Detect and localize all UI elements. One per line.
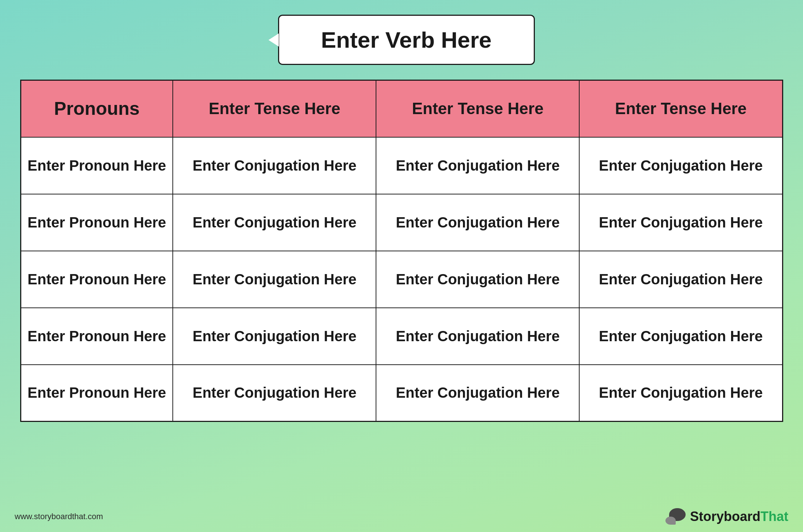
speech-arrow [269, 33, 279, 47]
header-pronouns: Pronouns [21, 80, 173, 137]
conjugation-3-3: Enter Conjugation Here [579, 251, 782, 308]
pronoun-3: Enter Pronoun Here [21, 251, 173, 308]
conjugation-1-3: Enter Conjugation Here [579, 137, 782, 194]
conjugation-3-2: Enter Conjugation Here [376, 251, 579, 308]
conjugation-5-2: Enter Conjugation Here [376, 365, 579, 422]
conjugation-2-3: Enter Conjugation Here [579, 194, 782, 251]
header-tense-1: Enter Tense Here [173, 80, 376, 137]
brand-that: That [760, 509, 788, 524]
bubble-small-icon [665, 517, 676, 525]
table-row: Enter Pronoun Here Enter Conjugation Her… [21, 308, 782, 365]
footer-brand: StoryboardThat [665, 508, 788, 525]
verb-title: Enter Verb Here [321, 27, 492, 52]
conjugation-4-3: Enter Conjugation Here [579, 308, 782, 365]
conjugation-2-1: Enter Conjugation Here [173, 194, 376, 251]
table-row: Enter Pronoun Here Enter Conjugation Her… [21, 251, 782, 308]
conjugation-1-1: Enter Conjugation Here [173, 137, 376, 194]
brand-text: StoryboardThat [690, 509, 788, 524]
header-tense-2: Enter Tense Here [376, 80, 579, 137]
conjugation-4-1: Enter Conjugation Here [173, 308, 376, 365]
conjugation-1-2: Enter Conjugation Here [376, 137, 579, 194]
verb-box[interactable]: Enter Verb Here [278, 15, 535, 65]
verb-box-wrapper: Enter Verb Here [269, 15, 535, 65]
header-tense-3: Enter Tense Here [579, 80, 782, 137]
table-row: Enter Pronoun Here Enter Conjugation Her… [21, 365, 782, 422]
conjugation-table: Pronouns Enter Tense Here Enter Tense He… [20, 80, 783, 422]
footer-url: www.storyboardthat.com [15, 512, 103, 521]
table-header-row: Pronouns Enter Tense Here Enter Tense He… [21, 80, 782, 137]
pronoun-2: Enter Pronoun Here [21, 194, 173, 251]
page-container: Enter Verb Here Pronouns Enter Tense Her… [0, 0, 803, 532]
storyboardthat-icon [665, 508, 686, 525]
conjugation-5-1: Enter Conjugation Here [173, 365, 376, 422]
conjugation-5-3: Enter Conjugation Here [579, 365, 782, 422]
table-row: Enter Pronoun Here Enter Conjugation Her… [21, 137, 782, 194]
conjugation-3-1: Enter Conjugation Here [173, 251, 376, 308]
conjugation-2-2: Enter Conjugation Here [376, 194, 579, 251]
table-row: Enter Pronoun Here Enter Conjugation Her… [21, 194, 782, 251]
pronoun-1: Enter Pronoun Here [21, 137, 173, 194]
pronoun-5: Enter Pronoun Here [21, 365, 173, 422]
pronoun-4: Enter Pronoun Here [21, 308, 173, 365]
brand-storyboard: Storyboard [690, 509, 760, 524]
footer: www.storyboardthat.com StoryboardThat [0, 508, 803, 525]
conjugation-4-2: Enter Conjugation Here [376, 308, 579, 365]
